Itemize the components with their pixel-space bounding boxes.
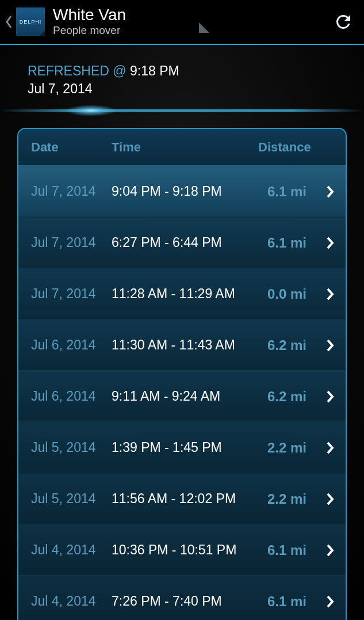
- table-row[interactable]: Jul 4, 20147:26 PM - 7:40 PM6.1 mi: [18, 576, 346, 620]
- chevron-right-icon: [325, 492, 335, 507]
- table-row[interactable]: Jul 5, 201411:56 AM - 12:02 PM2.2 mi: [18, 473, 346, 524]
- row-chevron: [323, 594, 338, 609]
- chevron-right-icon: [325, 440, 335, 455]
- row-chevron: [323, 389, 338, 404]
- refresh-icon: [333, 12, 354, 32]
- refresh-label: REFRESHED @: [28, 63, 130, 78]
- cell-date: Jul 5, 2014: [31, 491, 112, 507]
- cell-time: 6:27 PM - 6:44 PM: [112, 235, 267, 250]
- cell-date: Jul 7, 2014: [31, 184, 112, 199]
- table-row[interactable]: Jul 7, 20146:27 PM - 6:44 PM6.1 mi: [18, 217, 346, 268]
- row-chevron: [323, 338, 338, 353]
- brand-icon[interactable]: DELPHI: [16, 7, 45, 36]
- trips-panel: Date Time Distance Jul 7, 20149:04 PM - …: [17, 128, 347, 620]
- cell-date: Jul 4, 2014: [31, 542, 112, 558]
- chevron-right-icon: [325, 338, 335, 353]
- table-row[interactable]: Jul 7, 20149:04 PM - 9:18 PM6.1 mi: [18, 166, 346, 217]
- cell-distance: 6.1 mi: [267, 235, 323, 251]
- cell-distance: 2.2 mi: [267, 491, 323, 507]
- chevron-right-icon: [325, 594, 335, 609]
- table-row[interactable]: Jul 6, 20149:11 AM - 9:24 AM6.2 mi: [18, 371, 346, 422]
- chevron-right-icon: [325, 184, 335, 199]
- refresh-time: 9:18 PM: [130, 63, 179, 78]
- cell-date: Jul 5, 2014: [31, 440, 112, 455]
- back-button[interactable]: [3, 14, 16, 29]
- row-chevron: [323, 235, 338, 250]
- header-time: Time: [112, 140, 258, 155]
- spinner-triangle-icon: [197, 20, 210, 34]
- row-chevron: [323, 492, 338, 507]
- cell-date: Jul 7, 2014: [31, 235, 112, 250]
- trips-panel-wrap: Date Time Distance Jul 7, 20149:04 PM - …: [0, 112, 364, 620]
- cell-time: 11:28 AM - 11:29 AM: [112, 286, 267, 302]
- cell-time: 9:11 AM - 9:24 AM: [112, 389, 267, 404]
- cell-time: 11:30 AM - 11:43 AM: [112, 337, 267, 353]
- row-chevron: [323, 543, 338, 558]
- cell-distance: 0.0 mi: [267, 286, 323, 302]
- cell-distance: 6.1 mi: [267, 184, 323, 200]
- table-row[interactable]: Jul 5, 20141:39 PM - 1:45 PM2.2 mi: [18, 422, 346, 473]
- refresh-date: Jul 7, 2014: [28, 80, 352, 98]
- chevron-right-icon: [325, 389, 335, 404]
- refresh-button[interactable]: [331, 9, 356, 35]
- chevron-right-icon: [325, 235, 335, 250]
- vehicle-subtitle: People mover: [53, 24, 174, 37]
- cell-distance: 6.2 mi: [267, 337, 323, 353]
- cell-date: Jul 6, 2014: [31, 389, 112, 404]
- cell-date: Jul 7, 2014: [31, 286, 112, 302]
- header-distance: Distance: [258, 140, 333, 155]
- brand-text: DELPHI: [20, 19, 42, 25]
- cell-time: 11:56 AM - 12:02 PM: [112, 491, 267, 507]
- cell-date: Jul 4, 2014: [31, 594, 112, 609]
- cell-date: Jul 6, 2014: [31, 337, 112, 353]
- table-row[interactable]: Jul 7, 201411:28 AM - 11:29 AM0.0 mi: [18, 268, 346, 319]
- vehicle-selector[interactable]: White Van People mover: [53, 6, 174, 37]
- cell-time: 7:26 PM - 7:40 PM: [112, 594, 267, 609]
- cell-time: 1:39 PM - 1:45 PM: [112, 440, 267, 455]
- cell-time: 9:04 PM - 9:18 PM: [112, 184, 267, 199]
- chevron-right-icon: [325, 287, 335, 302]
- cell-distance: 6.1 mi: [267, 542, 323, 558]
- row-chevron: [323, 184, 338, 199]
- table-row[interactable]: Jul 6, 201411:30 AM - 11:43 AM6.2 mi: [18, 319, 346, 371]
- divider-glow: [0, 109, 364, 112]
- row-chevron: [323, 440, 338, 455]
- row-chevron: [323, 287, 338, 302]
- chevron-left-icon: [5, 14, 13, 29]
- table-body: Jul 7, 20149:04 PM - 9:18 PM6.1 miJul 7,…: [18, 166, 346, 620]
- cell-distance: 6.1 mi: [267, 594, 323, 610]
- header-date: Date: [31, 140, 112, 155]
- vehicle-name: White Van: [53, 6, 174, 24]
- dropdown-indicator[interactable]: [197, 20, 210, 34]
- app-bar: DELPHI White Van People mover: [0, 0, 364, 45]
- table-row[interactable]: Jul 4, 201410:36 PM - 10:51 PM6.1 mi: [18, 524, 346, 576]
- table-header: Date Time Distance: [18, 129, 346, 166]
- chevron-right-icon: [325, 543, 335, 558]
- cell-distance: 6.2 mi: [267, 389, 323, 405]
- svg-marker-0: [199, 22, 209, 33]
- cell-time: 10:36 PM - 10:51 PM: [112, 542, 267, 558]
- cell-distance: 2.2 mi: [267, 440, 323, 456]
- refresh-status: REFRESHED @ 9:18 PM Jul 7, 2014: [0, 45, 364, 109]
